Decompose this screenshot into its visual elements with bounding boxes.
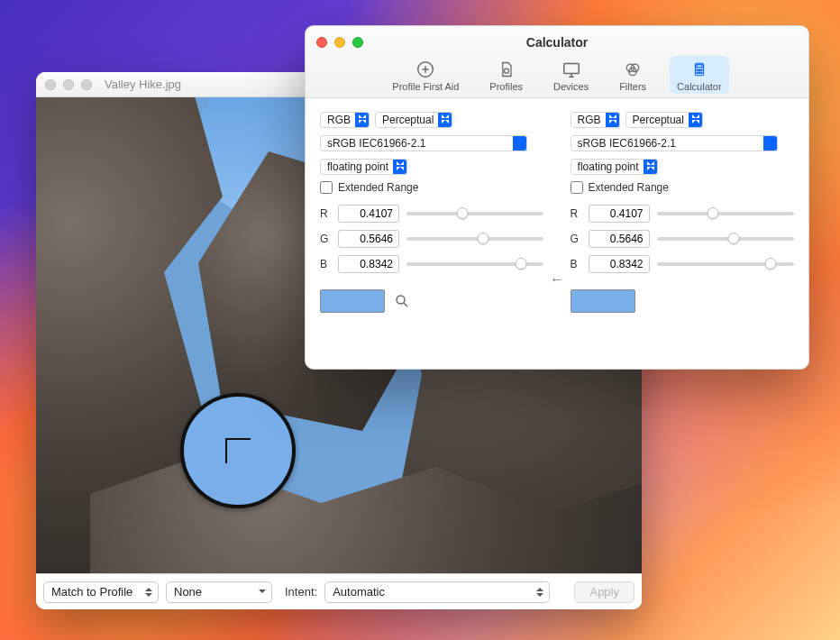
toolbar-label: Calculator	[677, 81, 722, 92]
svg-point-11	[697, 72, 698, 74]
toolbar-label: Filters	[619, 81, 646, 92]
source-extended-range-label: Extended Range	[338, 181, 418, 194]
toolbar-label: Profile First Aid	[392, 81, 459, 92]
toolbar-profiles[interactable]: Profiles	[482, 56, 530, 94]
dest-channel-g: G	[571, 230, 794, 248]
image-window-minimize-button[interactable]	[63, 79, 74, 90]
colorsync-titlebar[interactable]: Calculator Profile First Aid Profiles De…	[306, 26, 808, 98]
dest-r-slider[interactable]	[657, 212, 794, 215]
dest-channel-r: R	[571, 205, 794, 223]
colorsync-window: Calculator Profile First Aid Profiles De…	[305, 25, 809, 370]
document-gear-icon	[497, 59, 516, 79]
svg-point-1	[504, 69, 508, 73]
svg-rect-7	[697, 65, 702, 68]
calculator-icon	[689, 59, 709, 79]
intent-select[interactable]: Automatic	[324, 581, 550, 603]
image-window-close-button[interactable]	[45, 79, 56, 90]
source-color-column: RGB Perceptual sRGB IEC61966-2.1 floatin…	[320, 111, 543, 313]
source-profile-select[interactable]: sRGB IEC61966-2.1	[320, 135, 527, 151]
source-channel-r: R	[320, 205, 543, 223]
dest-color-swatch	[571, 289, 635, 313]
image-window-traffic-lights	[45, 79, 92, 90]
intent-label: Intent:	[285, 585, 317, 599]
toolbar-profile-first-aid[interactable]: Profile First Aid	[385, 56, 466, 94]
dest-color-column: RGB Perceptual sRGB IEC61966-2.1 floatin…	[571, 111, 794, 313]
svg-point-13	[700, 72, 702, 74]
toolbar-label: Devices	[553, 81, 589, 92]
dest-profile-select[interactable]: sRGB IEC61966-2.1	[571, 135, 778, 151]
svg-point-14	[397, 296, 405, 304]
dest-b-slider[interactable]	[657, 262, 794, 266]
channel-label-g: G	[320, 233, 331, 245]
first-aid-icon	[415, 59, 435, 79]
colorsync-toolbar: Profile First Aid Profiles Devices Filte…	[306, 56, 808, 94]
dest-b-input[interactable]	[589, 255, 650, 273]
source-extended-range-input[interactable]	[320, 181, 333, 194]
dest-intent-select[interactable]: Perceptual	[625, 112, 703, 128]
source-g-input[interactable]	[338, 230, 399, 248]
dest-r-input[interactable]	[589, 205, 650, 223]
source-b-input[interactable]	[338, 255, 399, 273]
svg-rect-2	[563, 64, 579, 74]
arrow-left-icon: ←	[550, 271, 564, 288]
display-icon	[562, 59, 581, 79]
dest-extended-range-input[interactable]	[571, 181, 583, 194]
source-intent-select[interactable]: Perceptual	[375, 112, 452, 128]
dest-g-input[interactable]	[589, 230, 650, 248]
source-format-select[interactable]: floating point	[320, 159, 407, 175]
image-window-title: Valley Hike.jpg	[105, 78, 181, 91]
dest-g-slider[interactable]	[657, 237, 794, 241]
color-sample-loupe[interactable]	[180, 393, 296, 508]
toolbar-devices[interactable]: Devices	[546, 56, 596, 94]
apply-button[interactable]: Apply	[574, 581, 635, 603]
dest-extended-range-checkbox[interactable]: Extended Range	[571, 181, 794, 194]
source-colorspace-select[interactable]: RGB	[320, 112, 370, 128]
toolbar-filters[interactable]: Filters	[612, 56, 653, 94]
svg-point-12	[698, 72, 700, 74]
channel-label-r: R	[571, 207, 581, 220]
svg-point-8	[697, 69, 698, 71]
source-b-slider[interactable]	[406, 262, 543, 266]
magnifier-icon[interactable]	[394, 293, 410, 309]
source-g-slider[interactable]	[406, 237, 543, 241]
crosshair-icon	[225, 438, 251, 463]
match-profile-select[interactable]: None	[166, 581, 272, 603]
source-r-input[interactable]	[338, 205, 399, 223]
conversion-direction[interactable]: ←	[543, 111, 570, 313]
dest-channel-b: B	[571, 255, 794, 273]
toolbar-calculator[interactable]: Calculator	[670, 56, 729, 94]
channel-label-b: B	[320, 258, 331, 270]
calculator-body: RGB Perceptual sRGB IEC61966-2.1 floatin…	[306, 98, 808, 327]
source-r-slider[interactable]	[406, 212, 543, 215]
colorsync-window-title: Calculator	[306, 35, 808, 50]
filters-icon	[623, 59, 643, 79]
svg-point-10	[700, 69, 702, 71]
source-channel-b: B	[320, 255, 543, 273]
channel-label-g: G	[571, 233, 581, 245]
image-window-zoom-button[interactable]	[81, 79, 92, 90]
dest-format-select[interactable]: floating point	[571, 159, 658, 175]
dest-extended-range-label: Extended Range	[589, 181, 669, 194]
toolbar-label: Profiles	[489, 81, 523, 92]
dest-colorspace-select[interactable]: RGB	[571, 112, 620, 128]
source-channel-g: G	[320, 230, 543, 248]
match-mode-select[interactable]: Match to Profile	[43, 581, 159, 603]
svg-point-9	[698, 69, 700, 71]
image-window-footer: Match to Profile None Intent: Automatic …	[36, 573, 642, 609]
channel-label-r: R	[320, 207, 331, 220]
channel-label-b: B	[571, 258, 581, 270]
source-extended-range-checkbox[interactable]: Extended Range	[320, 181, 543, 194]
source-color-swatch	[320, 289, 385, 313]
